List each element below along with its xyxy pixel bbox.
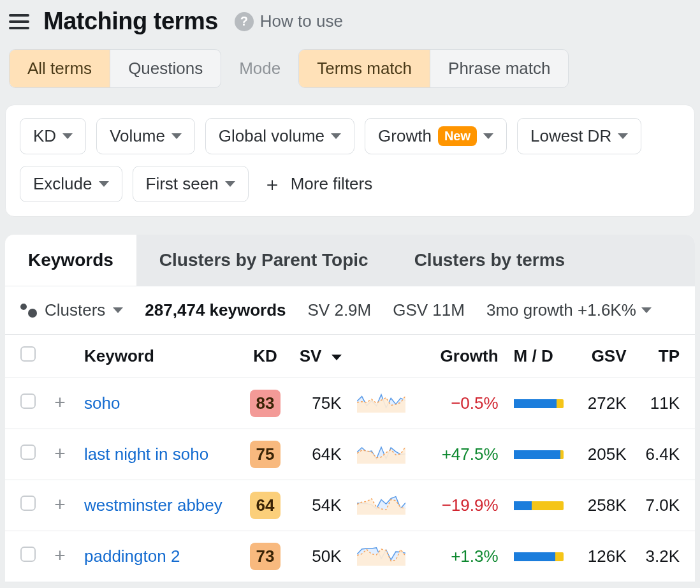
table-row: +soho8375K−0.5%272K11K [5,378,695,429]
gsv-value: 205K [571,429,634,480]
caret-down-icon [641,307,652,313]
mobile-desktop-bar [506,480,571,531]
tab-terms-match[interactable]: Terms match [299,50,430,87]
clusters-dropdown[interactable]: Clusters [20,300,123,320]
trend-sparkline [349,480,413,531]
tab-phrase-match[interactable]: Phrase match [430,50,568,87]
table-row: +paddington 27350K+1.3%126K3.2K [5,531,695,582]
growth-value: +47.5% [413,429,506,480]
filter-growth-label: Growth [378,126,432,146]
cluster-icon [20,304,37,318]
gsv-value: 272K [571,378,634,429]
tab-questions[interactable]: Questions [110,50,221,87]
growth-period-dropdown[interactable]: 3mo growth +1.6K% [486,300,652,320]
table-row: +westminster abbey6454K−19.9%258K7.0K [5,480,695,531]
mode-label: Mode [239,59,281,78]
more-filters-label: More filters [291,174,373,194]
row-checkbox[interactable] [20,547,36,562]
keyword-count: 287,474 keywords [145,300,286,320]
expand-row-button[interactable]: + [51,496,69,513]
col-growth[interactable]: Growth [413,335,506,378]
filter-exclude-label: Exclude [33,174,92,194]
filter-kd[interactable]: KD [20,118,86,154]
caret-down-icon [62,133,73,139]
row-checkbox[interactable] [20,496,36,511]
keyword-link[interactable]: paddington 2 [84,547,180,566]
how-to-use-link[interactable]: ? How to use [235,11,343,31]
stats-bar: Clusters 287,474 keywords SV 2.9M GSV 11… [5,286,695,334]
filter-global-volume[interactable]: Global volume [205,118,354,154]
new-badge: New [438,126,477,146]
filter-global-volume-label: Global volume [219,126,324,146]
growth-value: −0.5% [413,378,506,429]
filter-volume-label: Volume [110,126,165,146]
terms-questions-toggle: All terms Questions [9,49,221,88]
tp-value: 3.2K [634,531,695,582]
gsv-value: 126K [571,531,634,582]
caret-down-icon [225,181,235,187]
tab-all-terms[interactable]: All terms [10,50,110,87]
sv-value: 54K [288,480,349,531]
keyword-link[interactable]: last night in soho [84,445,208,464]
filters-panel: KD Volume Global volume Growth New Lowes… [5,105,695,217]
expand-row-button[interactable]: + [51,393,69,411]
filter-lowest-dr[interactable]: Lowest DR [517,118,641,154]
table-row: +last night in soho7564K+47.5%205K6.4K [5,429,695,480]
kd-badge: 64 [250,492,281,519]
filter-kd-label: KD [33,126,56,146]
mobile-desktop-bar [506,531,571,582]
keyword-link[interactable]: soho [84,393,120,413]
filter-exclude[interactable]: Exclude [20,166,122,202]
mobile-desktop-bar [506,429,571,480]
col-sv[interactable]: SV [288,335,349,378]
match-mode-toggle: Terms match Phrase match [298,49,569,88]
mobile-desktop-bar [506,378,571,429]
trend-sparkline [349,531,413,582]
tp-value: 7.0K [634,480,695,531]
tab-clusters-parent[interactable]: Clusters by Parent Topic [136,235,391,286]
filter-growth[interactable]: Growth New [365,118,507,154]
kd-badge: 73 [250,543,281,570]
mode-row: All terms Questions Mode Terms match Phr… [0,35,700,105]
col-kd[interactable]: KD [242,335,288,378]
tp-value: 11K [634,378,695,429]
sv-value: 50K [288,531,349,582]
row-checkbox[interactable] [20,393,36,409]
more-filters-button[interactable]: ＋ More filters [259,168,377,200]
expand-row-button[interactable]: + [51,547,69,564]
clusters-label: Clusters [45,300,105,320]
keyword-link[interactable]: westminster abbey [84,496,222,515]
tab-clusters-terms[interactable]: Clusters by terms [391,235,588,286]
filter-first-seen-label: First seen [146,174,219,194]
expand-row-button[interactable]: + [51,445,69,462]
gsv-value: 258K [571,480,634,531]
sort-desc-icon [332,355,342,360]
sv-value: 75K [288,378,349,429]
caret-down-icon [618,133,628,139]
filter-lowest-dr-label: Lowest DR [530,126,611,146]
col-gsv[interactable]: GSV [571,335,634,378]
col-keyword[interactable]: Keyword [77,335,242,378]
hamburger-menu-icon[interactable] [9,11,29,32]
tab-keywords[interactable]: Keywords [5,235,136,286]
caret-down-icon [113,307,123,313]
caret-down-icon [99,181,109,187]
filter-volume[interactable]: Volume [96,118,195,154]
caret-down-icon [331,133,341,139]
result-tabs: Keywords Clusters by Parent Topic Cluste… [5,235,695,286]
growth-summary: 3mo growth +1.6K% [486,300,636,320]
filter-first-seen[interactable]: First seen [133,166,249,202]
select-all-checkbox[interactable] [20,346,36,362]
help-icon: ? [235,12,254,31]
col-md[interactable]: M / D [506,335,571,378]
kd-badge: 83 [250,390,281,417]
sv-value: 64K [288,429,349,480]
trend-sparkline [349,378,413,429]
results-panel: Keywords Clusters by Parent Topic Cluste… [5,235,695,582]
header: Matching terms ? How to use [0,0,700,35]
col-tp[interactable]: TP [634,335,695,378]
tp-value: 6.4K [634,429,695,480]
table-header-row: Keyword KD SV Growth M / D GSV TP [5,335,695,378]
keywords-table: Keyword KD SV Growth M / D GSV TP +soho8… [5,334,695,582]
row-checkbox[interactable] [20,445,36,460]
